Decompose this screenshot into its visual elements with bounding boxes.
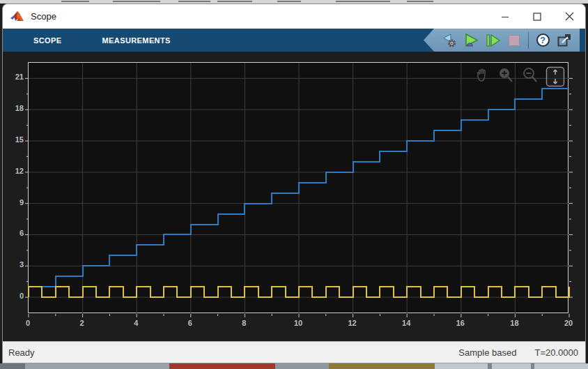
stop-button[interactable] (505, 31, 523, 50)
x-tick-label: 0 (17, 319, 38, 327)
backdrop-bottom-strip (0, 363, 588, 369)
toolstrip: SCOPE MEASUREMENTS (3, 29, 585, 52)
backdrop-artifact (169, 363, 275, 369)
backdrop-artifact (178, 1, 210, 2)
status-sim-time: T=20.0000 (534, 347, 578, 358)
y-tick-label: 3 (4, 260, 24, 269)
y-tick-label: 18 (4, 104, 24, 112)
backdrop-artifact (61, 1, 89, 2)
x-tick-label: 16 (450, 319, 471, 327)
step-forward-button[interactable] (483, 31, 502, 50)
close-button[interactable] (553, 4, 585, 29)
backdrop-artifact (113, 1, 160, 2)
backdrop-artifact (25, 363, 169, 369)
y-tick-label: 9 (4, 198, 24, 206)
plot-region: 036912151821 02468101214161820 (3, 52, 585, 341)
axes-frame[interactable] (28, 62, 568, 313)
y-tick-label: 15 (4, 135, 24, 144)
axes-hover-toolbar (467, 66, 565, 87)
y-tick-label: 21 (4, 73, 24, 81)
backdrop-artifact (407, 1, 433, 2)
window-title: Scope (31, 11, 489, 22)
x-tick-label: 4 (125, 319, 146, 327)
run-button[interactable] (462, 31, 480, 50)
step-back-settings-button[interactable] (440, 31, 458, 50)
backdrop-artifact (277, 1, 301, 2)
simulate-toolbar: ? (424, 29, 580, 52)
y-tick-label: 6 (4, 229, 24, 237)
x-tick-label: 20 (558, 319, 579, 327)
backdrop-artifact (329, 363, 435, 369)
pan-hand-icon[interactable] (474, 66, 490, 84)
stop-icon (506, 32, 523, 49)
x-tick-label: 12 (342, 319, 363, 327)
x-tick-label: 18 (504, 319, 525, 327)
tab-scope[interactable]: SCOPE (29, 36, 66, 45)
status-sample-mode: Sample based (458, 347, 516, 358)
signal-pulse-square-wave[interactable] (29, 287, 569, 297)
x-tick-label: 10 (288, 319, 309, 327)
plot-canvas[interactable] (29, 63, 569, 314)
backdrop-artifact (531, 363, 534, 369)
step-back-gear-icon (441, 32, 458, 49)
step-forward-icon (484, 32, 501, 49)
autoscale-icon[interactable] (546, 66, 565, 87)
help-icon: ? (536, 33, 550, 47)
x-tick-label: 6 (180, 319, 201, 327)
backdrop-artifact (0, 363, 25, 369)
x-tick-label: 2 (72, 319, 93, 327)
backdrop-artifact (336, 1, 390, 2)
minimize-button[interactable] (489, 4, 521, 29)
matlab-logo-icon (10, 10, 24, 23)
status-state: Ready (8, 347, 458, 358)
run-icon (463, 32, 479, 49)
undock-button[interactable] (555, 31, 573, 50)
toolbar-separator (528, 32, 529, 49)
y-tick-label: 0 (4, 292, 24, 300)
backdrop-artifact (488, 363, 492, 369)
help-button[interactable]: ? (534, 31, 552, 50)
y-tick-label: 12 (4, 167, 24, 175)
titlebar[interactable]: Scope (3, 4, 585, 29)
zoom-out-icon[interactable] (521, 66, 539, 84)
backdrop-artifact (435, 363, 588, 369)
x-tick-label: 8 (233, 319, 254, 327)
backdrop-artifact (275, 363, 329, 369)
zoom-in-icon[interactable] (497, 66, 515, 84)
tab-measurements[interactable]: MEASUREMENTS (98, 36, 175, 45)
undock-icon (556, 32, 573, 49)
statusbar: Ready Sample based T=20.0000 (3, 341, 585, 363)
x-tick-label: 14 (396, 319, 417, 327)
maximize-button[interactable] (521, 4, 553, 29)
backdrop-artifact (217, 1, 252, 2)
scope-window: Scope SCOPE MEASUREMENTS (2, 3, 586, 363)
